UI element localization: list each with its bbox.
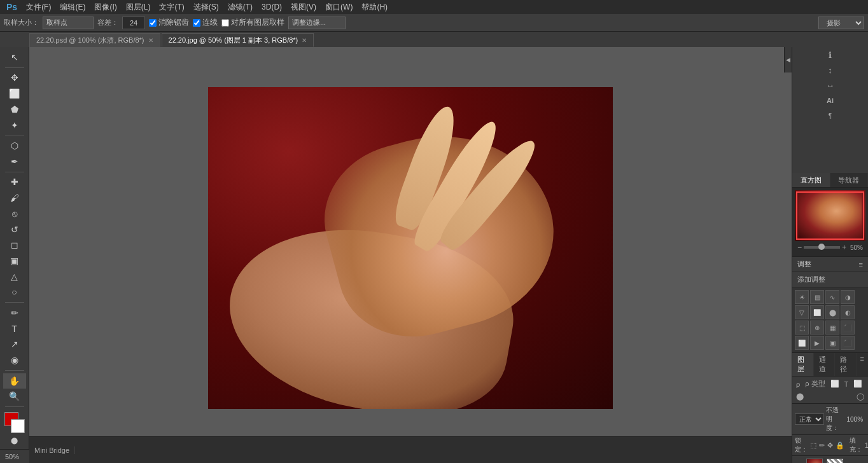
tool-gradient[interactable]: ▣ — [3, 253, 26, 268]
canvas-area — [29, 47, 792, 449]
tab-navigator[interactable]: 导航器 — [830, 173, 869, 187]
layers-panel-menu[interactable]: ≡ — [857, 353, 868, 376]
sample-size-dropdown[interactable]: 取样点 — [43, 17, 94, 29]
tool-arrow[interactable]: ↖ — [3, 50, 26, 65]
right-icon-3[interactable]: ℹ — [792, 47, 868, 62]
nav-image-inner — [799, 193, 862, 238]
tab-close-psd[interactable]: ✕ — [148, 37, 153, 44]
tool-dodge[interactable]: ○ — [3, 285, 26, 300]
tool-heal[interactable]: ✚ — [3, 175, 26, 190]
tool-magic-wand[interactable]: ✦ — [3, 118, 26, 133]
adjustments-menu[interactable]: ≡ — [859, 261, 863, 268]
adj-invert[interactable]: ⬛ — [841, 321, 855, 335]
right-icon-ai[interactable]: Ai — [792, 93, 868, 108]
tool-path[interactable]: ↗ — [3, 337, 26, 352]
layers-tab-channels[interactable]: 通道 — [814, 353, 836, 376]
adj-selective-color[interactable]: ⬛ — [841, 336, 855, 350]
workspace-selector[interactable]: 摄影 — [818, 17, 864, 29]
adj-bw[interactable]: ◐ — [841, 305, 855, 319]
refine-edge-button[interactable]: 调整边缘... — [288, 17, 346, 29]
zoom-out-btn[interactable]: − — [797, 243, 802, 252]
tool-eraser[interactable]: ◻ — [3, 237, 26, 252]
adj-color-lookup[interactable]: ▦ — [825, 321, 839, 335]
blend-mode-select[interactable]: 正常 — [795, 413, 824, 425]
nav-image[interactable] — [795, 190, 865, 241]
tool-pen[interactable]: ✏ — [3, 305, 26, 321]
tool-type[interactable]: T — [3, 321, 26, 336]
layer-item[interactable]: 👁 图层 1 副本 2 — [792, 456, 868, 463]
layers-tab-paths[interactable]: 路径 — [835, 353, 857, 376]
adj-levels[interactable]: ▤ — [810, 290, 824, 304]
tab-histogram[interactable]: 直方图 — [792, 173, 830, 187]
menu-help[interactable]: 帮助(H) — [358, 1, 391, 14]
adj-curves[interactable]: ∿ — [825, 290, 839, 304]
toolbar-separator-4 — [5, 302, 24, 303]
right-icon-4[interactable]: ↕ — [792, 62, 868, 78]
adj-posterize[interactable]: ⬜ — [795, 336, 809, 350]
adj-brightness[interactable]: ☀ — [795, 290, 809, 304]
filter-toggle[interactable]: ◯ — [855, 392, 865, 401]
tool-brush[interactable]: 🖌 — [3, 190, 26, 205]
filter-kind-icon[interactable]: ρ — [795, 380, 801, 389]
menu-layer[interactable]: 图层(L) — [122, 1, 155, 14]
tool-shape[interactable]: ◉ — [3, 352, 26, 368]
tab-jpg[interactable]: 22.20.jpg @ 50% (图层 1 副本 3, RGB/8*) ✕ — [162, 33, 314, 47]
lock-transparent-icon[interactable]: ⬚ — [810, 441, 816, 450]
tool-zoom[interactable]: 🔍 — [3, 389, 26, 404]
tool-blur[interactable]: △ — [3, 269, 26, 284]
filter-adjust-icon[interactable]: T — [843, 380, 850, 389]
menu-3d[interactable]: 3D(D) — [258, 1, 286, 13]
filter-pixel-icon[interactable]: ⬜ — [829, 379, 841, 389]
main-canvas[interactable] — [208, 87, 613, 409]
menu-window[interactable]: 窗口(W) — [321, 1, 356, 14]
tool-eyedropper[interactable]: ✒ — [3, 154, 26, 169]
background-color[interactable] — [11, 419, 25, 433]
right-icon-6[interactable]: ¶ — [792, 108, 868, 123]
tool-hand[interactable]: ✋ — [3, 373, 26, 389]
all-layers-option[interactable]: 对所有图层取样 — [221, 17, 284, 28]
tool-lasso[interactable]: ⬟ — [3, 102, 26, 117]
anti-alias-option[interactable]: 消除锯齿 — [149, 17, 189, 28]
color-swatch[interactable] — [3, 412, 26, 433]
lock-all-icon[interactable]: 🔒 — [836, 441, 844, 450]
layers-tab-layers[interactable]: 图层 — [792, 353, 814, 376]
menu-view[interactable]: 视图(V) — [287, 1, 320, 14]
layers-tabs: 图层 通道 路径 ≡ — [792, 353, 868, 377]
canvas-container[interactable] — [29, 47, 792, 449]
quick-mask-toggle[interactable]: ⬤ — [3, 434, 26, 446]
menu-type[interactable]: 文字(T) — [155, 1, 188, 14]
tab-psd[interactable]: 22.20.psd @ 100% (水渍, RGB/8*) ✕ — [29, 33, 160, 47]
adj-colorbalance[interactable]: ⬤ — [825, 305, 839, 319]
tab-close-jpg[interactable]: ✕ — [302, 37, 307, 44]
right-icon-5[interactable]: ↔ — [792, 78, 868, 93]
menu-image[interactable]: 图像(I) — [90, 1, 120, 14]
adj-photo-filter[interactable]: ⬚ — [795, 321, 809, 335]
lock-move-icon[interactable]: ✥ — [827, 441, 833, 450]
tolerance-input[interactable] — [122, 17, 145, 29]
filter-type-icon[interactable]: ⬜ — [852, 379, 864, 389]
panel-collapse-button[interactable]: ◀ — [784, 47, 792, 73]
zoom-slider[interactable] — [804, 246, 840, 249]
menu-file[interactable]: 文件(F) — [22, 1, 55, 14]
adj-gradient-map[interactable]: ▣ — [825, 336, 839, 350]
layer-thumbnail — [806, 459, 823, 464]
tool-marquee[interactable]: ⬜ — [3, 86, 26, 101]
tool-history[interactable]: ↺ — [3, 222, 26, 237]
filter-shape-icon[interactable]: ⬤ — [795, 392, 805, 401]
menu-select[interactable]: 选择(S) — [190, 1, 223, 14]
adj-hsl[interactable]: ⬜ — [810, 305, 824, 319]
lock-paint-icon[interactable]: ✏ — [819, 441, 825, 450]
tool-move[interactable]: ✥ — [3, 71, 26, 86]
tool-stamp[interactable]: ⎋ — [3, 206, 26, 221]
adj-channel-mixer[interactable]: ⊕ — [810, 321, 824, 335]
left-toolbar: ↖ ✥ ⬜ ⬟ ✦ ⬡ ✒ ✚ 🖌 ⎋ ↺ ◻ ▣ △ ○ ✏ T ↗ ◉ ✋ … — [0, 47, 29, 449]
adj-vibrance[interactable]: ▽ — [795, 305, 809, 319]
adj-threshold[interactable]: ▶ — [810, 336, 824, 350]
layers-filter-label: ρ 类型 — [804, 378, 826, 389]
adj-exposure[interactable]: ◑ — [841, 290, 855, 304]
tool-crop[interactable]: ⬡ — [3, 138, 26, 153]
menu-edit[interactable]: 编辑(E) — [56, 1, 89, 14]
contiguous-option[interactable]: 连续 — [193, 17, 218, 28]
zoom-in-btn[interactable]: + — [842, 243, 846, 252]
menu-filter[interactable]: 滤镜(T) — [224, 1, 256, 14]
